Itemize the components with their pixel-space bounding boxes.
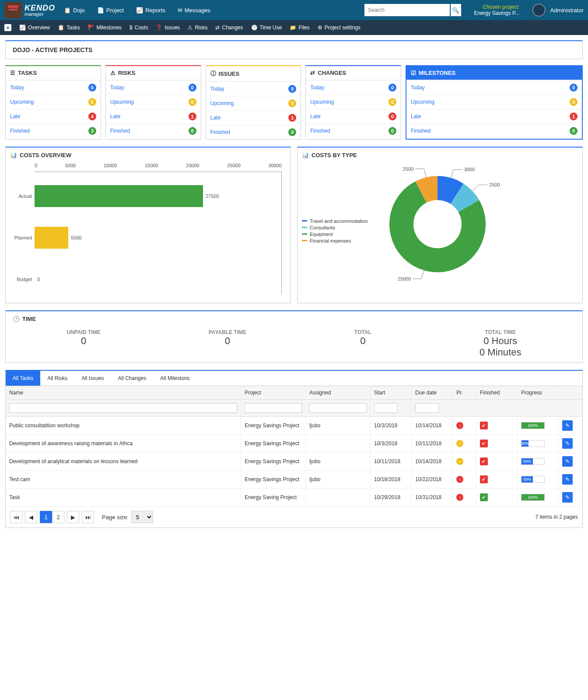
edit-button[interactable]: ✎ bbox=[562, 438, 573, 449]
widget-head: ⇄CHANGES bbox=[306, 66, 401, 80]
subnav-risks[interactable]: ⚠Risks bbox=[188, 25, 207, 31]
cell-start: 10/3/2018 bbox=[371, 417, 412, 435]
table-row: Public consultatition workshopEnergy Sav… bbox=[6, 417, 582, 435]
tab-all-issues[interactable]: All Issues bbox=[74, 371, 111, 386]
filter-input[interactable] bbox=[415, 403, 439, 413]
widget-link-late[interactable]: Late bbox=[110, 113, 120, 120]
cell-project: Energy Savings Project bbox=[241, 471, 306, 489]
svg-text:2500: 2500 bbox=[403, 166, 413, 172]
col-project[interactable]: Project bbox=[241, 386, 306, 400]
widget-link-today[interactable]: Today bbox=[110, 84, 124, 91]
widget-changes: ⇄CHANGESToday0Upcoming0Late0Finished0 bbox=[305, 65, 401, 140]
tab-all-milestons[interactable]: All Milestons bbox=[153, 371, 196, 386]
topnav-dojo[interactable]: 📋Dojo bbox=[64, 7, 85, 14]
filter-input[interactable] bbox=[9, 403, 237, 413]
subnav-overview[interactable]: 📈Overview bbox=[19, 25, 50, 31]
subnav-issues[interactable]: ❓Issues bbox=[156, 25, 180, 31]
col-name[interactable]: Name bbox=[6, 386, 241, 400]
nav-icon: 📈 bbox=[19, 25, 26, 31]
cell-actions: ✎ bbox=[559, 417, 582, 435]
edit-button[interactable]: ✎ bbox=[562, 456, 573, 467]
svg-text:3000: 3000 bbox=[464, 167, 475, 172]
col-start[interactable]: Start bbox=[371, 386, 412, 400]
filter-input[interactable] bbox=[374, 403, 398, 413]
widget-link-late[interactable]: Late bbox=[310, 113, 320, 120]
widget-link-today[interactable]: Today bbox=[310, 84, 324, 91]
widget-link-finished[interactable]: Finished bbox=[310, 128, 330, 134]
widget-row: Upcoming0 bbox=[306, 95, 401, 109]
filter-input[interactable] bbox=[309, 403, 367, 413]
table-row: Test camEnergy Savings Projectljubo10/18… bbox=[6, 471, 582, 489]
cell-due: 10/11/2018 bbox=[412, 435, 453, 453]
widget-link-finished[interactable]: Finished bbox=[10, 128, 30, 134]
col-progress[interactable]: Progress bbox=[518, 386, 559, 400]
pager-prev[interactable]: ◀ bbox=[25, 511, 37, 523]
widget-row: Upcoming0 bbox=[6, 95, 101, 109]
search-button[interactable]: 🔍 bbox=[451, 4, 461, 16]
widget-link-today[interactable]: Today bbox=[210, 86, 224, 92]
widget-link-finished[interactable]: Finished bbox=[110, 128, 130, 134]
widget-link-upcoming[interactable]: Upcoming bbox=[210, 100, 234, 106]
subnav-tasks[interactable]: 📋Tasks bbox=[58, 25, 80, 31]
widget-link-upcoming[interactable]: Upcoming bbox=[10, 99, 34, 105]
count-badge: 0 bbox=[388, 98, 396, 106]
widget-link-late[interactable]: Late bbox=[210, 115, 220, 121]
pager-page-1[interactable]: 1 bbox=[40, 511, 52, 523]
widget-link-upcoming[interactable]: Upcoming bbox=[110, 99, 134, 105]
widget-link-finished[interactable]: Finished bbox=[210, 129, 230, 135]
user-menu[interactable]: Administrator bbox=[532, 4, 584, 17]
widget-link-upcoming[interactable]: Upcoming bbox=[310, 99, 334, 105]
subnav-changes[interactable]: ⇄Changes bbox=[215, 25, 243, 31]
col-assigned[interactable]: Assigned bbox=[306, 386, 371, 400]
widget-icon: ☰ bbox=[10, 70, 15, 76]
widget-link-upcoming[interactable]: Upcoming bbox=[411, 99, 434, 105]
add-button[interactable]: + bbox=[4, 24, 11, 31]
col-actions[interactable] bbox=[559, 386, 582, 400]
subnav-files[interactable]: 📁Files bbox=[290, 25, 309, 31]
page-title-wrap: DOJO - ACTIVE PROJECTS bbox=[5, 40, 583, 59]
widget-link-today[interactable]: Today bbox=[411, 84, 425, 91]
topnav-messages[interactable]: ✉Messages bbox=[178, 7, 210, 14]
count-badge: 0 bbox=[570, 84, 578, 91]
pager-first[interactable]: ⏮ bbox=[10, 511, 22, 523]
tab-all-changes[interactable]: All Changes bbox=[111, 371, 154, 386]
page-size-select[interactable]: 5 bbox=[131, 511, 153, 523]
subnav-project-settings[interactable]: ⚙Project settings bbox=[318, 25, 360, 31]
progress-bar: 100% bbox=[521, 422, 545, 429]
widget-link-late[interactable]: Late bbox=[10, 113, 20, 120]
tab-all-tasks[interactable]: All Tasks bbox=[6, 371, 40, 386]
pager-last[interactable]: ⏭ bbox=[82, 511, 94, 523]
edit-button[interactable]: ✎ bbox=[562, 474, 573, 485]
nav-icon: 🕐 bbox=[251, 25, 258, 31]
subnav-time-use[interactable]: 🕐Time Use bbox=[251, 25, 282, 31]
edit-button[interactable]: ✎ bbox=[562, 492, 573, 503]
cell-due: 10/22/2018 bbox=[412, 471, 453, 489]
subnav-costs[interactable]: $Costs bbox=[130, 25, 148, 31]
widget-milestones: ☑MILESTONESToday0Upcoming0Late1Finished0 bbox=[406, 65, 583, 140]
topnav-project[interactable]: 📄Project bbox=[97, 7, 124, 14]
finished-check: ✔ bbox=[480, 493, 488, 501]
bar-chart-icon: 📊 bbox=[10, 152, 17, 158]
cell-progress: 50% bbox=[518, 471, 559, 489]
topnav-reports[interactable]: 📈Reports bbox=[136, 7, 165, 14]
col-due-date[interactable]: Due date bbox=[412, 386, 453, 400]
subnav-milestones[interactable]: 🚩Milestones bbox=[88, 25, 122, 31]
pager-next[interactable]: ▶ bbox=[67, 511, 79, 523]
widget-link-late[interactable]: Late bbox=[411, 113, 421, 120]
chosen-project[interactable]: Chosen project: Energy Savings P... bbox=[474, 4, 520, 16]
search-input[interactable] bbox=[364, 4, 450, 16]
widget-row: Finished0 bbox=[306, 123, 401, 138]
col-finished[interactable]: Finished bbox=[476, 386, 517, 400]
cell-start: 10/18/2018 bbox=[371, 471, 412, 489]
pager-page-2[interactable]: 2 bbox=[52, 511, 64, 523]
filter-input[interactable] bbox=[245, 403, 302, 413]
widget-link-today[interactable]: Today bbox=[10, 84, 24, 91]
col-pr-[interactable]: Pr. bbox=[453, 386, 476, 400]
edit-button[interactable]: ✎ bbox=[562, 420, 573, 431]
tab-all-risks[interactable]: All Risks bbox=[40, 371, 74, 386]
logo[interactable]: KENDO manager bbox=[4, 2, 55, 18]
tasks-grid: NameProjectAssignedStartDue datePr.Finis… bbox=[6, 386, 582, 507]
cell-start: 10/3/2018 bbox=[371, 435, 412, 453]
widget-link-finished[interactable]: Finished bbox=[411, 128, 430, 134]
subbar: + 📈Overview📋Tasks🚩Milestones$Costs❓Issue… bbox=[0, 20, 588, 35]
